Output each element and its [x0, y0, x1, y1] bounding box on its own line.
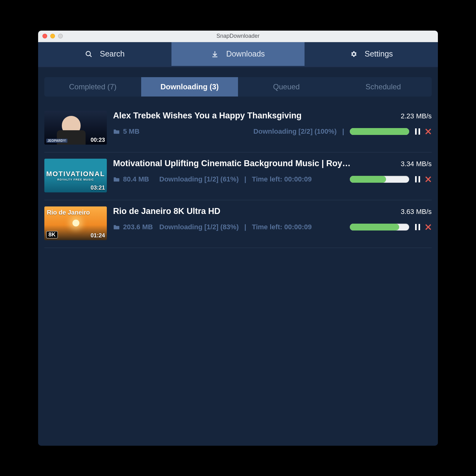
file-size: 80.4 MB — [113, 175, 154, 183]
video-duration: 03:21 — [91, 185, 105, 191]
separator: | — [244, 223, 246, 231]
progress-bar — [350, 176, 409, 183]
video-title: Motivational Uplifting Cinematic Backgro… — [113, 159, 351, 168]
download-row: MOTIVATIONAL ROYALTY FREE MUSIC 03:21 Mo… — [44, 152, 432, 200]
size-value: 203.6 MB — [123, 223, 153, 231]
thumbnail-badge: 8K — [46, 231, 58, 238]
cancel-button[interactable] — [425, 224, 432, 231]
folder-icon — [113, 224, 120, 230]
thumbnail-text: MOTIVATIONAL — [46, 170, 105, 178]
window-title: SnapDownloader — [38, 33, 438, 39]
pause-button[interactable] — [415, 176, 420, 182]
download-icon — [211, 50, 219, 58]
folder-icon — [113, 129, 120, 134]
download-row: JEOPARDY! 00:23 Alex Trebek Wishes You a… — [44, 105, 432, 152]
status-tabs: Completed (7) Downloading (3) Queued Sch… — [44, 77, 432, 97]
download-status: Downloading [2/2] (100%) — [253, 127, 336, 136]
thumbnail-art — [72, 220, 79, 226]
download-status: Downloading [1/2] (83%) — [159, 223, 239, 231]
svg-point-0 — [86, 51, 90, 56]
pause-button[interactable] — [415, 224, 420, 230]
nav-settings[interactable]: Settings — [305, 42, 438, 66]
thumbnail-text: Rio de Janeiro — [47, 209, 90, 216]
progress-fill — [350, 176, 386, 183]
tab-downloading[interactable]: Downloading (3) — [141, 77, 238, 97]
video-title: Rio de Janeiro 8K Ultra HD — [113, 206, 221, 216]
size-value: 5 MB — [123, 127, 140, 136]
app-body: Completed (7) Downloading (3) Queued Sch… — [38, 67, 438, 446]
progress-fill — [350, 224, 399, 231]
cancel-button[interactable] — [425, 128, 432, 135]
nav-search[interactable]: Search — [38, 42, 171, 66]
file-size: 5 MB — [113, 127, 154, 136]
svg-rect-11 — [419, 224, 420, 230]
thumbnail-logo: JEOPARDY! — [46, 139, 67, 143]
folder-icon — [113, 176, 120, 182]
video-duration: 00:23 — [91, 137, 105, 143]
progress-bar — [350, 128, 409, 135]
download-speed: 3.63 MB/s — [401, 208, 432, 216]
thumbnail-subtext: ROYALTY FREE MUSIC — [57, 178, 94, 181]
pause-button[interactable] — [415, 128, 420, 135]
svg-rect-3 — [419, 128, 420, 135]
nav-search-label: Search — [100, 49, 125, 58]
time-left: Time left: 00:00:09 — [252, 223, 312, 231]
download-row: Rio de Janeiro 8K 01:24 Rio de Janeiro 8… — [44, 200, 432, 248]
cancel-button[interactable] — [425, 176, 432, 183]
video-thumbnail[interactable]: Rio de Janeiro 8K 01:24 — [44, 206, 107, 240]
separator: | — [342, 127, 344, 136]
video-duration: 01:24 — [91, 232, 105, 239]
svg-rect-2 — [415, 128, 417, 135]
nav-downloads-label: Downloads — [226, 49, 265, 58]
video-title: Alex Trebek Wishes You a Happy Thanksgiv… — [113, 111, 301, 121]
file-size: 203.6 MB — [113, 223, 154, 231]
progress-bar — [350, 224, 409, 231]
download-info: Alex Trebek Wishes You a Happy Thanksgiv… — [113, 111, 432, 136]
download-info: Motivational Uplifting Cinematic Backgro… — [113, 159, 432, 183]
svg-rect-10 — [415, 224, 417, 230]
separator: | — [244, 175, 246, 183]
video-thumbnail[interactable]: MOTIVATIONAL ROYALTY FREE MUSIC 03:21 — [44, 159, 107, 192]
app-window: SnapDownloader Search Downloads Settings… — [38, 31, 438, 446]
download-speed: 3.34 MB/s — [401, 160, 432, 168]
title-bar: SnapDownloader — [38, 31, 438, 42]
download-info: Rio de Janeiro 8K Ultra HD 3.63 MB/s 203… — [113, 206, 432, 231]
search-icon — [85, 50, 92, 58]
tab-scheduled[interactable]: Scheduled — [335, 77, 432, 97]
nav-settings-label: Settings — [365, 49, 393, 58]
tab-queued[interactable]: Queued — [238, 77, 335, 97]
video-thumbnail[interactable]: JEOPARDY! 00:23 — [44, 111, 107, 145]
progress-fill — [350, 128, 409, 135]
nav-downloads[interactable]: Downloads — [171, 42, 305, 66]
gear-icon — [350, 50, 357, 58]
time-left: Time left: 00:00:09 — [252, 175, 312, 183]
svg-rect-6 — [415, 176, 417, 182]
download-status: Downloading [1/2] (61%) — [159, 175, 239, 183]
top-nav: Search Downloads Settings — [38, 42, 438, 67]
svg-rect-7 — [419, 176, 420, 182]
size-value: 80.4 MB — [123, 175, 149, 183]
download-speed: 2.23 MB/s — [401, 112, 432, 120]
tab-completed[interactable]: Completed (7) — [44, 77, 141, 97]
svg-line-1 — [90, 55, 92, 57]
